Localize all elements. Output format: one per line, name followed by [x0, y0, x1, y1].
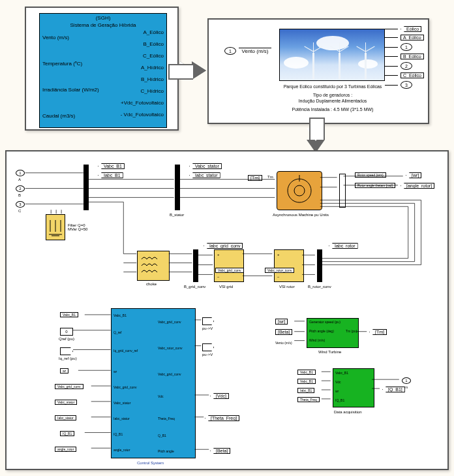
ctrl-il-6: Vabc_stator [113, 401, 130, 405]
qb1-tag[interactable]: [Q_B1] [382, 387, 405, 392]
ctrl-il-8: IQ_B1 [113, 432, 123, 436]
theta-freq-tag[interactable]: [Theta_Freq] [205, 415, 239, 421]
sgh-in-caudal: Caudal (m3/s) [42, 113, 75, 119]
bus-selector[interactable] [339, 174, 346, 208]
choke-block[interactable] [137, 251, 170, 281]
outport-2[interactable]: 2 [401, 62, 412, 70]
wt-wr-tag[interactable]: [wr] [275, 319, 288, 325]
eolico-tag[interactable]: Eólico [401, 26, 421, 32]
vdc-tag[interactable]: [Vdc] [210, 393, 229, 399]
ctrl-in-vabc-stator[interactable]: Vabc_stator [55, 400, 77, 405]
vsi-grid-block[interactable]: + − [214, 249, 244, 282]
ctrl-in-wr[interactable]: wr [60, 368, 68, 373]
sgh-out-a-eol: A_Eólico [143, 29, 164, 35]
gain-2[interactable] [202, 343, 214, 351]
inport-label: Vento (m/s) [242, 48, 269, 54]
ctrl-il-7: Iabc_stator [113, 417, 130, 420]
vsi-grid-label: VSI grid [219, 285, 233, 289]
wind-inport: 1 Vento (m/s) [224, 47, 271, 55]
wt-pitch: Pitch angle (deg) [309, 329, 334, 333]
wt-tm-out: Tm (pu) [346, 329, 357, 333]
data-acq-label: Data acquisition [334, 410, 362, 414]
inport-c[interactable]: 3 [16, 201, 25, 208]
gain-1[interactable] [202, 317, 214, 325]
ground-icon [48, 217, 63, 237]
bus-b1[interactable] [83, 165, 89, 210]
bus-grid-conv[interactable] [193, 249, 198, 282]
filter-block[interactable] [46, 214, 65, 240]
bus-rotor-conv[interactable] [317, 249, 322, 282]
ctrl-ol-3: Vabc_grid_conv [158, 372, 181, 376]
da-in-4[interactable]: Theta_Freq [297, 397, 320, 402]
wt-beta-tag[interactable]: [Beta] [275, 329, 292, 335]
inport-b[interactable]: 2 [16, 185, 25, 192]
ctrl-in-1[interactable]: Vabc_B1 [60, 312, 78, 317]
async-machine-block[interactable] [277, 171, 322, 210]
inport-number[interactable]: 1 [224, 47, 236, 55]
ctrl-il-4: wr [113, 370, 117, 373]
outport-1[interactable]: 1 [401, 43, 412, 51]
tm-tag[interactable]: [Tm] [248, 175, 262, 181]
tag-iabc-b1[interactable]: Iabc_B1 [98, 172, 123, 178]
svg-point-5 [288, 179, 311, 202]
arrow-down-icon [307, 128, 325, 141]
ctrl-in-angle[interactable]: angle_rotor [55, 447, 76, 452]
arrow-right-icon [180, 61, 194, 80]
wr-tag[interactable]: [wr] [406, 172, 421, 178]
da-out-4: IQ_B1 [335, 398, 344, 402]
tag-iabc-stator[interactable]: Iabc_stator [189, 172, 220, 178]
ctrl-in-iabc-stator[interactable]: Iabc_stator [55, 415, 76, 420]
da-out-2: Vdc [335, 380, 341, 384]
control-system-block[interactable] [111, 308, 196, 458]
da-out-3: wr [335, 389, 339, 393]
svg-point-6 [294, 185, 305, 196]
da-out-1: Vabc_B1 [335, 371, 348, 375]
ctrl-il-1: Vabc_B1 [113, 313, 127, 317]
sgh-out-vdc-p: +Vdc_Fotovoltaico [121, 100, 164, 106]
wind-caption1: Parque Eólico constituído por 3 Turbinas… [261, 84, 404, 89]
wind-farm-image[interactable] [279, 29, 385, 81]
sgh-out-vdc-n: - Vdc_Fotovoltaico [121, 112, 164, 118]
inport-c-label: C [18, 209, 21, 213]
ctrl-ol-1: Vabc_grid_conv [158, 320, 181, 324]
inport-b-label: B [18, 193, 21, 197]
vsi-rotor-block[interactable]: + − [274, 249, 304, 282]
tag-vabc-stator[interactable]: Vabc_stator [189, 163, 222, 169]
bus-grid-conv-label: B_grid_conv [184, 285, 205, 289]
outport-3[interactable]: 3 [401, 81, 412, 89]
ctrl-in-iqb1[interactable]: IQ_B1 [60, 431, 74, 436]
outport-m[interactable]: 1 [402, 377, 411, 384]
const-0[interactable]: 0 [60, 328, 73, 336]
tag-iabc-grid-conv[interactable]: Iabc_grid_conv [204, 243, 243, 249]
bus-rotor-conv-label: B_rotor_conv [308, 285, 331, 289]
ctrl-in-vabc-grid[interactable]: Vabc_grid_conv [55, 384, 83, 389]
model-detail-panel: 1 A 2 B 3 C B_stator B_grid_conv B_rotor… [5, 150, 449, 470]
tag-iabc-rotor[interactable]: Iabc_rotor [329, 243, 358, 249]
inport-a-label: A [18, 178, 21, 182]
sgh-in-irr: Irradiância Solar (W/m2) [42, 87, 99, 93]
tm-label: Tm [267, 175, 273, 179]
inport-a[interactable]: 1 [16, 170, 25, 176]
sgh-block[interactable]: (SGH) Sistema de Geração Híbrida Vento (… [39, 13, 167, 128]
da-in-2[interactable]: Vabc_B1 [297, 379, 316, 384]
angle-rotor-tag[interactable]: [angle_rotor] [401, 183, 434, 189]
sgh-subtitle: Sistema de Geração Híbrida [40, 22, 166, 28]
beta-out-tag[interactable]: [Beta] [210, 448, 230, 454]
da-in-3[interactable]: Iabc_B1 [297, 388, 314, 393]
tag-vabc-b1[interactable]: Vabc_B1 [98, 163, 125, 169]
wt-tm-out-tag[interactable]: [Tm] [369, 329, 387, 335]
da-in-1[interactable]: Vabc_B1 [297, 370, 316, 375]
ctrl-ol-5: Theta_Freq [158, 417, 175, 420]
ctrl-ol-2: Vabc_rotor_conv [158, 346, 182, 350]
wind-caption3: Indução Duplamente Alimentados [261, 98, 404, 104]
vsi-grid-in-tag: Vabc_grid_conv [215, 268, 244, 273]
motor-icon [281, 175, 318, 206]
iq-ref[interactable] [60, 347, 73, 355]
ctrl-il-3: Iq_grid_conv_ref [113, 349, 138, 353]
gain-1-label: pu->V [202, 326, 213, 330]
control-system-label: Control System [137, 461, 164, 465]
bus-stator[interactable] [175, 165, 180, 210]
gain-2-label: pu->V [202, 353, 213, 357]
sgh-out-c-eol: C_Eólico [143, 53, 164, 59]
wind-caption2: Tipo de geradoros : [261, 92, 404, 98]
